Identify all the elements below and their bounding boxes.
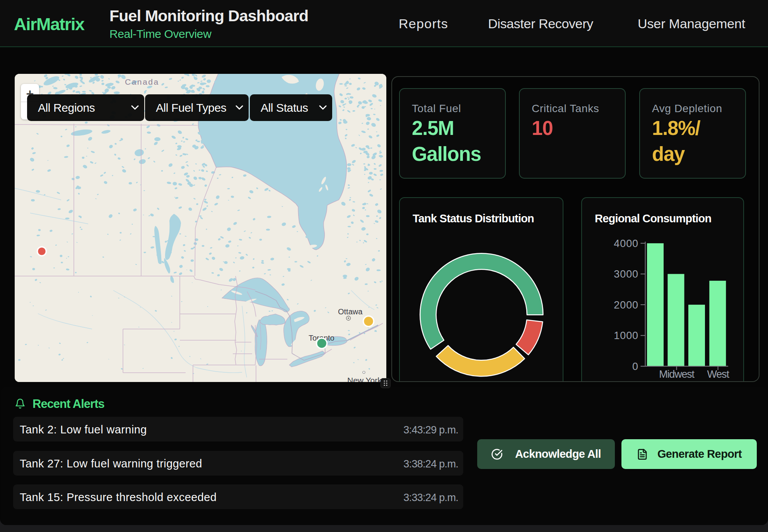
svg-text:1000: 1000 [614,330,638,341]
svg-text:4000: 4000 [614,238,638,249]
svg-text:Midwest: Midwest [659,368,695,380]
svg-text:2000: 2000 [614,299,638,311]
svg-text:0: 0 [632,361,638,372]
svg-text:New York: New York [347,376,382,382]
svg-text:Ottawa: Ottawa [338,307,363,316]
svg-text:3000: 3000 [614,268,638,280]
svg-text:West: West [707,368,729,380]
svg-text:Canada: Canada [125,77,159,86]
